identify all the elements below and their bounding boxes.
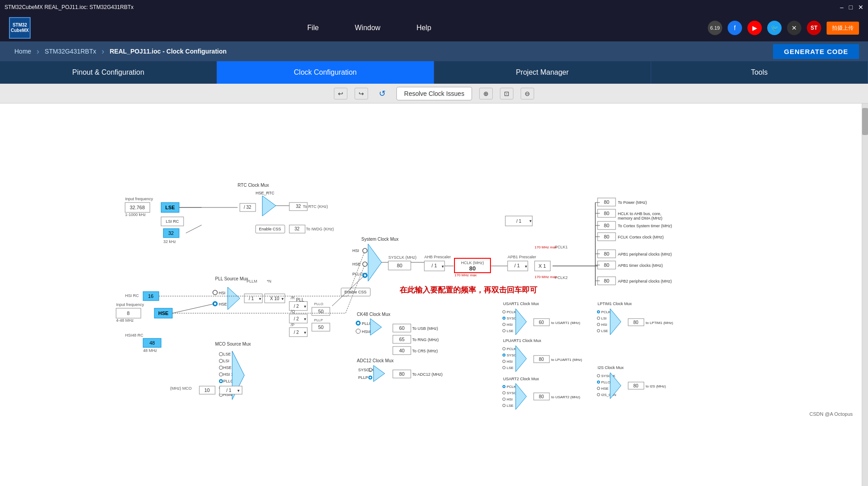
svg-text:PLL Source Mux: PLL Source Mux — [215, 276, 248, 281]
mco-lsi-radio[interactable] — [219, 359, 223, 363]
lt-lsi[interactable] — [597, 317, 600, 320]
sys-hse-radio[interactable] — [363, 262, 367, 266]
minimize-button[interactable]: – — [840, 4, 844, 11]
svg-text:HSI: HSI — [507, 360, 513, 364]
tab-pinout[interactable]: Pinout & Configuration — [0, 61, 217, 84]
u1-hsi[interactable] — [503, 323, 505, 326]
svg-text:APB1 Prescaler: APB1 Prescaler — [508, 255, 536, 259]
svg-text:(MHz) MCO: (MHz) MCO — [170, 386, 192, 391]
svg-text:80: 80 — [603, 278, 609, 284]
enable-css1-label: Enable CSS — [259, 227, 281, 231]
facebook-icon[interactable]: f — [728, 21, 742, 35]
ck48-hsi48-radio[interactable] — [356, 329, 360, 333]
svg-text:80: 80 — [539, 357, 544, 362]
zoom-out-button[interactable]: ⊖ — [521, 88, 534, 99]
u2-sysclk[interactable] — [503, 392, 505, 394]
svg-text:To IWDG (KHz): To IWDG (KHz) — [306, 227, 334, 231]
svg-text:LSE: LSE — [507, 329, 513, 333]
breadcrumb-device[interactable]: STM32G431RBTx — [39, 48, 101, 55]
u2-hsi[interactable] — [503, 398, 505, 400]
sys-hsi-radio[interactable] — [363, 248, 367, 253]
nav-file[interactable]: File — [307, 24, 319, 32]
svg-text:to I2S (MHz): to I2S (MHz) — [646, 384, 666, 388]
lp-hsi[interactable] — [503, 360, 505, 363]
svg-text:HSI: HSI — [507, 397, 513, 401]
youtube-icon[interactable]: ▶ — [747, 21, 762, 35]
lt-hsi[interactable] — [597, 323, 600, 326]
svg-point-82 — [357, 322, 359, 324]
sys-clk-mux[interactable] — [368, 244, 382, 281]
x-social-icon[interactable]: ✕ — [787, 21, 801, 35]
svg-text:HSI: HSI — [601, 323, 607, 327]
zoom-fit-button[interactable]: ⊡ — [500, 88, 513, 99]
i2s-ckn[interactable] — [597, 393, 600, 396]
lp-mux[interactable] — [516, 346, 526, 372]
lt-mux[interactable] — [610, 309, 621, 335]
mco-hse-radio[interactable] — [219, 366, 223, 369]
svg-text:HCLK to AHB bus, core,: HCLK to AHB bus, core, — [618, 212, 661, 216]
breadcrumb-file: REAL_POJ11.ioc - Clock Configuration — [104, 48, 232, 55]
lp-lse[interactable] — [503, 366, 505, 369]
u1-lse[interactable] — [503, 329, 505, 332]
u2-lse[interactable] — [503, 404, 505, 407]
clock-scroll-area[interactable]: Input frequency 32.768 1-1000 kHz LSE LS… — [0, 104, 862, 486]
twitter-icon[interactable]: 🐦 — [767, 21, 782, 35]
svg-text:HSE: HSE — [223, 365, 232, 370]
breadcrumb-home[interactable]: Home — [9, 48, 36, 55]
close-button[interactable]: ✕ — [858, 4, 864, 11]
lsi32-val: 32 — [168, 230, 173, 236]
refresh-button[interactable]: ↺ — [375, 87, 389, 100]
svg-text:65: 65 — [399, 337, 404, 342]
maximize-button[interactable]: □ — [849, 4, 853, 11]
mco-lse-radio[interactable] — [219, 352, 223, 356]
version-icon: 6.19 — [708, 21, 722, 35]
i2s-hse[interactable] — [597, 387, 600, 390]
svg-text:HSI: HSI — [352, 248, 359, 253]
input-range1: 1-1000 kHz — [125, 212, 146, 217]
st-icon[interactable]: ST — [807, 21, 821, 35]
scrollbar-track[interactable] — [862, 104, 868, 486]
nav-help[interactable]: Help — [416, 24, 431, 32]
tab-bar: Pinout & Configuration Clock Configurati… — [0, 61, 868, 84]
svg-text:/ 1: / 1 — [516, 219, 522, 224]
svg-text:HSE: HSE — [219, 302, 227, 306]
svg-text:To USB (MHz): To USB (MHz) — [412, 326, 438, 331]
svg-text:50: 50 — [318, 324, 323, 330]
i2s-sysclk[interactable] — [597, 374, 600, 377]
lp-pclk1[interactable] — [503, 347, 505, 350]
nav-window[interactable]: Window — [355, 24, 380, 32]
tab-clock[interactable]: Clock Configuration — [217, 61, 434, 84]
ck48-mux[interactable] — [370, 319, 382, 335]
svg-text:80: 80 — [633, 320, 639, 325]
lt-lse[interactable] — [597, 329, 600, 332]
svg-text:USART1 Clock Mux: USART1 Clock Mux — [503, 302, 539, 306]
generate-code-button[interactable]: GENERATE CODE — [773, 44, 859, 59]
svg-line-171 — [172, 304, 214, 313]
u2-mux[interactable] — [516, 383, 526, 410]
u1-pclk2[interactable] — [503, 310, 505, 313]
rtc-mux-triangle[interactable] — [262, 196, 276, 216]
upload-button[interactable]: 拍摄上传 — [827, 22, 859, 35]
svg-text:PLLP: PLLP — [358, 375, 368, 380]
adc-mux[interactable] — [373, 365, 385, 382]
undo-button[interactable]: ↩ — [334, 88, 347, 99]
svg-text:MCO Source Mux: MCO Source Mux — [215, 342, 251, 346]
scrollbar-thumb[interactable] — [862, 108, 868, 135]
svg-text:/ 1: / 1 — [514, 263, 520, 268]
svg-text:PLLO: PLLO — [314, 302, 323, 306]
lse-label: LSE — [165, 205, 175, 210]
svg-text:SYSCLK (MHz): SYSCLK (MHz) — [388, 255, 417, 260]
pll-src-mux[interactable] — [228, 287, 240, 310]
tab-tools[interactable]: Tools — [651, 61, 868, 84]
svg-text:HCLK (MHz): HCLK (MHz) — [461, 261, 484, 265]
zoom-in-button[interactable]: ⊕ — [479, 88, 493, 99]
mco-hsi16-radio[interactable] — [219, 373, 223, 376]
redo-button[interactable]: ↪ — [355, 88, 368, 99]
svg-text:AHB Prescaler: AHB Prescaler — [424, 255, 451, 259]
svg-text:80: 80 — [603, 262, 609, 268]
tab-project[interactable]: Project Manager — [434, 61, 651, 84]
resolve-clock-button[interactable]: Resolve Clock Issues — [396, 87, 472, 100]
svg-text:LSE: LSE — [223, 352, 231, 356]
pll-hsi-radio[interactable] — [213, 290, 217, 295]
u1-mux[interactable] — [516, 309, 526, 335]
